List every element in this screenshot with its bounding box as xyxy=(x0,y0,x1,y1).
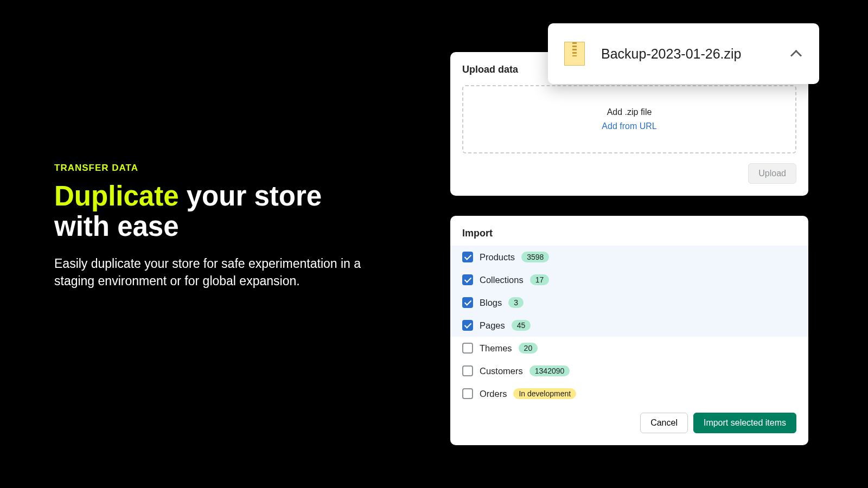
import-row[interactable]: Collections17 xyxy=(450,268,808,291)
dropzone-instruction: Add .zip file xyxy=(607,107,652,117)
upload-button[interactable]: Upload xyxy=(748,163,796,184)
subheadline: Easily duplicate your store for safe exp… xyxy=(54,255,369,290)
import-row-badge: In development xyxy=(513,388,576,399)
uploaded-file-toast[interactable]: Backup-2023-01-26.zip xyxy=(548,23,819,84)
headline: Duplicate your store with ease xyxy=(54,181,369,242)
import-row[interactable]: Pages45 xyxy=(450,314,808,337)
add-from-url-link[interactable]: Add from URL xyxy=(602,121,656,131)
import-row-label: Collections xyxy=(480,275,524,285)
import-selected-button[interactable]: Import selected items xyxy=(693,413,796,433)
import-row-label: Pages xyxy=(480,320,505,331)
import-checkbox[interactable] xyxy=(462,274,473,285)
import-row[interactable]: OrdersIn development xyxy=(450,382,808,405)
marketing-copy: TRANSFER DATA Duplicate your store with … xyxy=(54,163,369,290)
import-row-label: Products xyxy=(480,252,515,262)
import-checkbox[interactable] xyxy=(462,388,473,399)
import-panel: Import Products3598Collections17Blogs3Pa… xyxy=(450,216,808,445)
chevron-up-icon[interactable] xyxy=(790,47,803,60)
import-row-badge: 3 xyxy=(508,297,524,308)
import-row-label: Blogs xyxy=(480,298,502,308)
import-row-label: Customers xyxy=(480,366,523,376)
import-actions: Cancel Import selected items xyxy=(450,405,808,433)
import-row-badge: 20 xyxy=(519,343,538,354)
import-row-badge: 1342090 xyxy=(529,365,570,376)
import-row[interactable]: Blogs3 xyxy=(450,291,808,314)
import-row-badge: 45 xyxy=(512,320,531,331)
import-row-badge: 3598 xyxy=(521,252,549,262)
import-checkbox[interactable] xyxy=(462,365,473,376)
upload-actions: Upload xyxy=(462,163,796,184)
import-checkbox[interactable] xyxy=(462,252,473,262)
import-row-badge: 17 xyxy=(530,274,550,285)
import-row-label: Themes xyxy=(480,343,512,354)
cancel-button[interactable]: Cancel xyxy=(640,413,688,433)
upload-dropzone[interactable]: Add .zip file Add from URL xyxy=(462,85,796,153)
import-checkbox[interactable] xyxy=(462,343,473,354)
headline-accent: Duplicate xyxy=(54,181,179,211)
eyebrow-text: TRANSFER DATA xyxy=(54,163,369,174)
import-row[interactable]: Themes20 xyxy=(450,337,808,359)
import-row-label: Orders xyxy=(480,389,507,399)
import-checkbox[interactable] xyxy=(462,320,473,331)
import-title: Import xyxy=(450,228,808,239)
zip-file-icon xyxy=(564,42,585,66)
import-row[interactable]: Customers1342090 xyxy=(450,359,808,382)
uploaded-file-name: Backup-2023-01-26.zip xyxy=(601,46,774,62)
import-row[interactable]: Products3598 xyxy=(450,246,808,268)
import-row-list: Products3598Collections17Blogs3Pages45Th… xyxy=(450,246,808,405)
import-checkbox[interactable] xyxy=(462,297,473,308)
